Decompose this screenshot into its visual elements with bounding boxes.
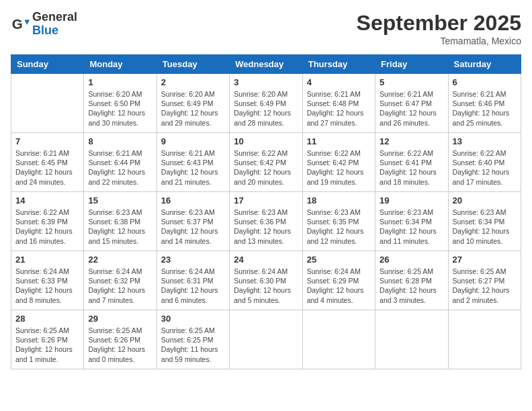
calendar-cell: 14Sunrise: 6:22 AM Sunset: 6:39 PM Dayli… (11, 192, 84, 251)
day-number: 22 (88, 255, 152, 265)
cell-info: Sunrise: 6:24 AM Sunset: 6:33 PM Dayligh… (15, 267, 79, 305)
cell-info: Sunrise: 6:22 AM Sunset: 6:42 PM Dayligh… (307, 148, 371, 187)
calendar-cell: 11Sunrise: 6:22 AM Sunset: 6:42 PM Dayli… (302, 133, 375, 192)
calendar-cell: 25Sunrise: 6:24 AM Sunset: 6:29 PM Dayli… (302, 251, 375, 310)
week-row-1: 1Sunrise: 6:20 AM Sunset: 6:50 PM Daylig… (11, 74, 521, 133)
cell-info: Sunrise: 6:20 AM Sunset: 6:49 PM Dayligh… (161, 89, 225, 128)
calendar-cell: 13Sunrise: 6:22 AM Sunset: 6:40 PM Dayli… (448, 133, 521, 192)
day-number: 5 (380, 77, 443, 87)
logo-general: General (32, 11, 77, 24)
week-row-4: 21Sunrise: 6:24 AM Sunset: 6:33 PM Dayli… (11, 251, 521, 310)
cell-info: Sunrise: 6:24 AM Sunset: 6:32 PM Dayligh… (88, 267, 152, 305)
day-number: 15 (88, 195, 152, 205)
svg-marker-1 (25, 19, 30, 24)
day-number: 16 (161, 195, 225, 205)
month-title: September 2025 (357, 11, 521, 36)
calendar-cell (302, 310, 375, 369)
day-number: 18 (307, 195, 371, 205)
calendar-cell: 4Sunrise: 6:21 AM Sunset: 6:48 PM Daylig… (302, 74, 375, 133)
calendar-cell: 22Sunrise: 6:24 AM Sunset: 6:32 PM Dayli… (84, 251, 157, 310)
cell-info: Sunrise: 6:25 AM Sunset: 6:27 PM Dayligh… (453, 267, 517, 305)
cell-info: Sunrise: 6:23 AM Sunset: 6:35 PM Dayligh… (307, 208, 371, 246)
day-number: 8 (88, 136, 152, 146)
cell-info: Sunrise: 6:25 AM Sunset: 6:26 PM Dayligh… (88, 326, 152, 364)
day-number: 12 (380, 136, 443, 146)
day-number: 29 (88, 314, 152, 324)
cell-info: Sunrise: 6:25 AM Sunset: 6:26 PM Dayligh… (15, 326, 79, 364)
day-number: 14 (15, 195, 79, 205)
day-number: 6 (453, 77, 517, 87)
day-header-tuesday: Tuesday (157, 55, 229, 74)
calendar-table: SundayMondayTuesdayWednesdayThursdayFrid… (11, 54, 521, 369)
cell-info: Sunrise: 6:21 AM Sunset: 6:44 PM Dayligh… (88, 148, 152, 187)
cell-info: Sunrise: 6:25 AM Sunset: 6:25 PM Dayligh… (161, 326, 225, 364)
calendar-cell: 10Sunrise: 6:22 AM Sunset: 6:42 PM Dayli… (230, 133, 302, 192)
calendar-cell: 5Sunrise: 6:21 AM Sunset: 6:47 PM Daylig… (375, 74, 448, 133)
day-number: 25 (307, 255, 371, 265)
day-number: 24 (234, 255, 298, 265)
day-number: 4 (307, 77, 371, 87)
day-number: 30 (161, 314, 225, 324)
cell-info: Sunrise: 6:23 AM Sunset: 6:34 PM Dayligh… (380, 208, 443, 246)
day-header-wednesday: Wednesday (230, 55, 302, 74)
day-number: 17 (234, 195, 298, 205)
cell-info: Sunrise: 6:20 AM Sunset: 6:50 PM Dayligh… (88, 89, 152, 128)
calendar-cell: 16Sunrise: 6:23 AM Sunset: 6:37 PM Dayli… (157, 192, 229, 251)
calendar-cell: 26Sunrise: 6:25 AM Sunset: 6:28 PM Dayli… (375, 251, 448, 310)
cell-info: Sunrise: 6:25 AM Sunset: 6:28 PM Dayligh… (380, 267, 443, 305)
week-row-5: 28Sunrise: 6:25 AM Sunset: 6:26 PM Dayli… (11, 310, 521, 369)
calendar-cell: 17Sunrise: 6:23 AM Sunset: 6:36 PM Dayli… (230, 192, 302, 251)
calendar-cell: 27Sunrise: 6:25 AM Sunset: 6:27 PM Dayli… (448, 251, 521, 310)
calendar-cell: 9Sunrise: 6:21 AM Sunset: 6:43 PM Daylig… (157, 133, 229, 192)
day-header-friday: Friday (375, 55, 448, 74)
calendar-cell: 18Sunrise: 6:23 AM Sunset: 6:35 PM Dayli… (302, 192, 375, 251)
cell-info: Sunrise: 6:23 AM Sunset: 6:38 PM Dayligh… (88, 208, 152, 246)
calendar-cell: 6Sunrise: 6:21 AM Sunset: 6:46 PM Daylig… (448, 74, 521, 133)
day-header-saturday: Saturday (448, 55, 521, 74)
day-number: 10 (234, 136, 298, 146)
location-subtitle: Temamatla, Mexico (357, 36, 521, 46)
day-number: 7 (15, 136, 79, 146)
cell-info: Sunrise: 6:20 AM Sunset: 6:49 PM Dayligh… (234, 89, 298, 128)
day-number: 9 (161, 136, 225, 146)
calendar-cell (375, 310, 448, 369)
cell-info: Sunrise: 6:21 AM Sunset: 6:43 PM Dayligh… (161, 148, 225, 187)
calendar-cell: 28Sunrise: 6:25 AM Sunset: 6:26 PM Dayli… (11, 310, 84, 369)
calendar-cell: 29Sunrise: 6:25 AM Sunset: 6:26 PM Dayli… (84, 310, 157, 369)
calendar-cell: 12Sunrise: 6:22 AM Sunset: 6:41 PM Dayli… (375, 133, 448, 192)
header-row: SundayMondayTuesdayWednesdayThursdayFrid… (11, 55, 521, 74)
day-number: 13 (453, 136, 517, 146)
calendar-cell: 1Sunrise: 6:20 AM Sunset: 6:50 PM Daylig… (84, 74, 157, 133)
day-header-sunday: Sunday (11, 55, 84, 74)
cell-info: Sunrise: 6:21 AM Sunset: 6:48 PM Dayligh… (307, 89, 371, 128)
calendar-cell: 3Sunrise: 6:20 AM Sunset: 6:49 PM Daylig… (230, 74, 302, 133)
day-number: 23 (161, 255, 225, 265)
cell-info: Sunrise: 6:23 AM Sunset: 6:37 PM Dayligh… (161, 208, 225, 246)
day-number: 19 (380, 195, 443, 205)
cell-info: Sunrise: 6:21 AM Sunset: 6:47 PM Dayligh… (380, 89, 443, 128)
cell-info: Sunrise: 6:23 AM Sunset: 6:34 PM Dayligh… (453, 208, 517, 246)
logo-icon: G (11, 15, 30, 34)
day-number: 20 (453, 195, 517, 205)
calendar-cell (230, 310, 302, 369)
day-number: 21 (15, 255, 79, 265)
calendar-cell: 24Sunrise: 6:24 AM Sunset: 6:30 PM Dayli… (230, 251, 302, 310)
logo-text: General Blue (32, 11, 77, 38)
day-number: 3 (234, 77, 298, 87)
logo-blue: Blue (32, 24, 77, 38)
calendar-cell: 7Sunrise: 6:21 AM Sunset: 6:45 PM Daylig… (11, 133, 84, 192)
calendar-cell: 21Sunrise: 6:24 AM Sunset: 6:33 PM Dayli… (11, 251, 84, 310)
day-header-thursday: Thursday (302, 55, 375, 74)
cell-info: Sunrise: 6:24 AM Sunset: 6:31 PM Dayligh… (161, 267, 225, 305)
title-block: September 2025 Temamatla, Mexico (357, 11, 521, 46)
week-row-2: 7Sunrise: 6:21 AM Sunset: 6:45 PM Daylig… (11, 133, 521, 192)
day-header-monday: Monday (84, 55, 157, 74)
logo: G General Blue (11, 11, 77, 38)
cell-info: Sunrise: 6:22 AM Sunset: 6:39 PM Dayligh… (15, 208, 79, 246)
day-number: 27 (453, 255, 517, 265)
calendar-cell: 15Sunrise: 6:23 AM Sunset: 6:38 PM Dayli… (84, 192, 157, 251)
calendar-cell: 23Sunrise: 6:24 AM Sunset: 6:31 PM Dayli… (157, 251, 229, 310)
day-number: 2 (161, 77, 225, 87)
calendar-cell: 8Sunrise: 6:21 AM Sunset: 6:44 PM Daylig… (84, 133, 157, 192)
calendar-cell: 2Sunrise: 6:20 AM Sunset: 6:49 PM Daylig… (157, 74, 229, 133)
